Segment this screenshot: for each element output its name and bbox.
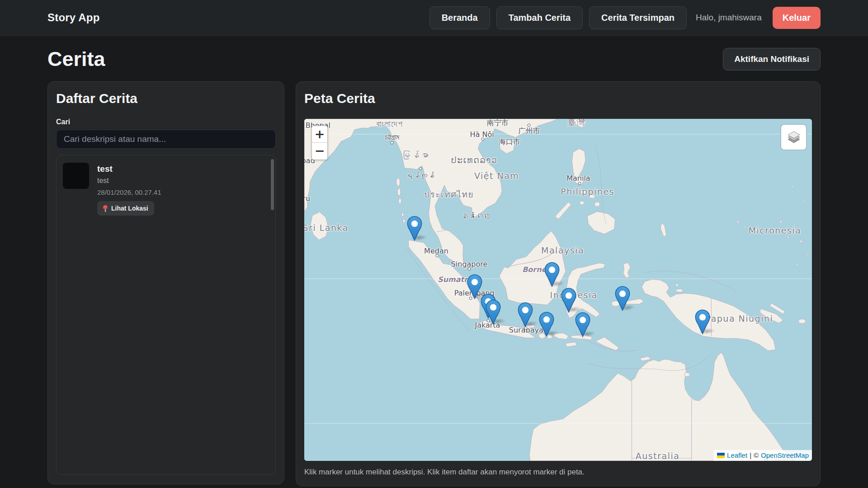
story-map-marker[interactable]: [575, 312, 590, 337]
enable-notifications-button[interactable]: Aktifkan Notifikasi: [723, 48, 821, 70]
marker-pin-icon: [486, 300, 501, 324]
map-heading: Peta Cerita: [304, 91, 812, 106]
story-map-marker[interactable]: [467, 274, 482, 299]
marker-pin-icon: [518, 302, 533, 327]
map-caption: Klik marker untuk melihat deskripsi. Kli…: [304, 468, 812, 477]
story-list: testtest28/01/2026, 00.27.41Lihat Lokasi: [56, 155, 276, 475]
user-greeting: Halo, jmahiswara: [696, 13, 762, 23]
story-description: test: [97, 177, 161, 185]
story-map-marker[interactable]: [615, 286, 630, 311]
story-map-marker[interactable]: [544, 262, 560, 287]
zoom-in-button[interactable]: +: [312, 126, 327, 143]
marker-pin-icon: [695, 310, 710, 334]
leaflet-link[interactable]: Leaflet: [727, 451, 747, 459]
story-map[interactable]: BhopalHyderabadBengaluruবাংলাদেশচট্টগ্রা…: [304, 119, 812, 461]
nav-tambah-cerita-button[interactable]: Tambah Cerita: [496, 6, 583, 29]
nav-beranda-button[interactable]: Beranda: [429, 6, 490, 29]
view-location-label: Lihat Lokasi: [111, 205, 148, 212]
search-input[interactable]: [56, 130, 276, 149]
story-map-marker[interactable]: [407, 216, 422, 241]
zoom-out-button[interactable]: −: [312, 143, 327, 160]
main-content: Cerita Aktifkan Notifikasi Daftar Cerita…: [0, 47, 868, 486]
story-map-marker[interactable]: [561, 288, 576, 313]
story-map-marker[interactable]: [539, 312, 554, 337]
red-pin-icon: [103, 205, 108, 212]
scrollbar-thumb[interactable]: [271, 159, 274, 210]
openstreetmap-link[interactable]: OpenStreetMap: [761, 451, 809, 459]
page-title: Cerita: [47, 47, 105, 71]
marker-pin-icon: [615, 286, 630, 311]
map-attribution: Leaflet | © OpenStreetMap: [714, 450, 812, 461]
map-panel: Peta Cerita: [296, 81, 821, 486]
marker-pin-icon: [561, 288, 576, 313]
attribution-separator: |: [750, 451, 751, 459]
copyright-symbol: ©: [754, 451, 759, 459]
app-brand: Story App: [47, 11, 100, 24]
logout-button[interactable]: Keluar: [773, 7, 821, 29]
view-location-button[interactable]: Lihat Lokasi: [97, 201, 154, 216]
story-map-marker[interactable]: [695, 310, 710, 334]
marker-pin-icon: [544, 262, 560, 287]
map-tiles: [304, 119, 812, 461]
story-map-marker[interactable]: [518, 302, 533, 327]
story-title: test: [97, 164, 161, 174]
layers-icon: [786, 131, 802, 144]
story-list-item[interactable]: testtest28/01/2026, 00.27.41Lihat Lokasi: [57, 155, 275, 223]
story-list-panel: Daftar Cerita Cari testtest28/01/2026, 0…: [47, 81, 284, 484]
marker-pin-icon: [539, 312, 554, 337]
nav-cerita-tersimpan-button[interactable]: Cerita Tersimpan: [589, 6, 687, 29]
layers-control[interactable]: [780, 124, 807, 150]
marker-pin-icon: [407, 216, 422, 241]
navbar: Story App Beranda Tambah Cerita Cerita T…: [0, 0, 868, 36]
story-date: 28/01/2026, 00.27.41: [97, 188, 161, 196]
search-label: Cari: [56, 118, 276, 126]
marker-pin-icon: [575, 312, 590, 337]
story-map-marker[interactable]: [486, 300, 501, 324]
navbar-links: Beranda Tambah Cerita Cerita Tersimpan H…: [429, 6, 821, 29]
marker-pin-icon: [467, 274, 482, 299]
story-list-heading: Daftar Cerita: [56, 91, 276, 106]
story-thumbnail: [63, 163, 89, 189]
ukraine-flag-icon: [717, 453, 725, 458]
map-zoom-control: + −: [311, 126, 328, 160]
